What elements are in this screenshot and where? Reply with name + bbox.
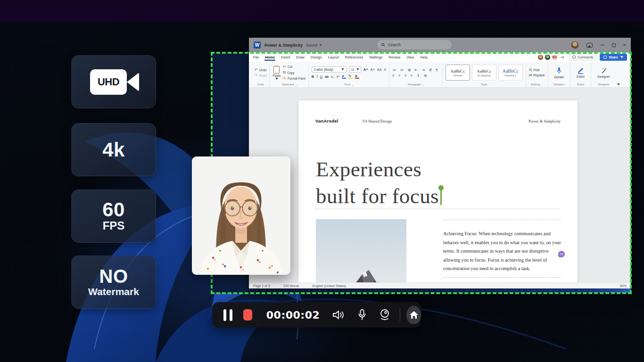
home-icon xyxy=(409,311,419,319)
save-status[interactable]: Saved xyxy=(306,43,322,48)
pause-icon xyxy=(230,309,232,321)
badge-uhd-label: UHD xyxy=(98,76,119,88)
microphone-icon xyxy=(357,309,367,321)
pause-button[interactable] xyxy=(223,309,232,321)
webcam-portrait xyxy=(192,156,290,275)
chevron-down-icon xyxy=(319,44,322,46)
window-title: Power & Simplicity xyxy=(264,43,303,48)
badge-fps-unit: FPS xyxy=(103,220,125,232)
screen: UHD 4k 60 FPS NO Watermark W Power & Sim… xyxy=(0,0,644,362)
user-avatar[interactable] xyxy=(571,41,579,49)
search-icon xyxy=(381,43,385,47)
badge-4k-label: 4k xyxy=(102,140,125,160)
webcam-button[interactable] xyxy=(379,309,390,321)
badge-watermark-label: Watermark xyxy=(88,286,139,297)
close-icon[interactable]: × xyxy=(623,42,626,48)
home-button[interactable] xyxy=(406,306,421,324)
search-placeholder: Search xyxy=(388,42,401,47)
webcam-icon xyxy=(379,309,390,321)
recorder-toolbar: 00:00:02 xyxy=(212,302,421,328)
search-input[interactable]: Search xyxy=(377,40,452,49)
minimize-icon[interactable] xyxy=(600,45,604,46)
badge-fps-number: 60 xyxy=(102,200,125,220)
pause-icon xyxy=(223,309,226,321)
divider xyxy=(400,308,400,321)
recording-timer: 00:00:02 xyxy=(266,309,320,321)
wallpaper-top-strip xyxy=(0,0,644,23)
badge-uhd: UHD xyxy=(71,55,156,108)
badge-4k: 4k xyxy=(71,123,156,176)
stop-button[interactable] xyxy=(243,309,252,321)
word-titlebar[interactable]: W Power & Simplicity Saved Search × xyxy=(249,38,631,52)
webcam-overlay[interactable] xyxy=(192,156,290,275)
badge-60fps: 60 FPS xyxy=(71,189,156,243)
word-app-icon: W xyxy=(254,41,261,49)
present-icon[interactable] xyxy=(586,43,593,48)
speaker-button[interactable] xyxy=(332,309,345,321)
maximize-icon[interactable] xyxy=(612,43,616,47)
speaker-icon xyxy=(332,309,345,321)
badge-no-label: NO xyxy=(99,267,128,286)
video-camera-icon: UHD xyxy=(87,68,140,96)
badge-no-watermark: NO Watermark xyxy=(71,255,156,309)
microphone-button[interactable] xyxy=(357,309,367,321)
